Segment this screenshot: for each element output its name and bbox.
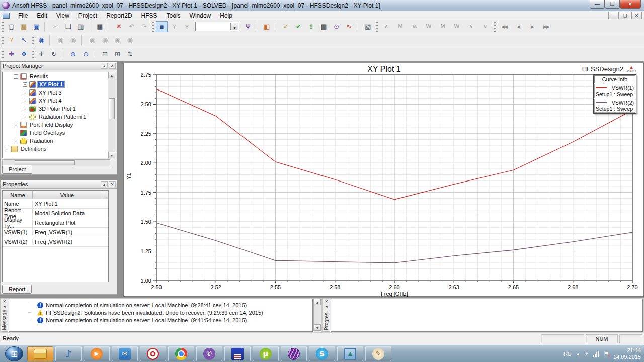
material-combobox[interactable]: [195, 22, 239, 31]
collapse-panel-button[interactable]: ◂: [323, 304, 330, 309]
property-value[interactable]: Freq ,VSWR(1): [33, 229, 108, 235]
edit-sources-button[interactable]: Ψ: [242, 21, 254, 32]
taskbar-chrome-button[interactable]: [168, 346, 194, 361]
project-manager-header[interactable]: Project Manager ▴ ✕: [1, 62, 117, 70]
menu-window[interactable]: Window: [185, 12, 216, 20]
menu-help[interactable]: Help: [215, 12, 237, 20]
network-signal-icon[interactable]: [593, 351, 599, 357]
menu-hfss[interactable]: HFSS: [137, 12, 162, 20]
scroll-thumb[interactable]: [109, 98, 115, 119]
close-panel-button[interactable]: ✕: [109, 63, 116, 69]
hide-selection-button[interactable]: ◉: [55, 35, 66, 46]
export-data-button[interactable]: ▧: [362, 21, 374, 32]
zoom-fit-button[interactable]: ⊞: [112, 49, 123, 60]
tree-item-radiation-pattern-1[interactable]: + Radiation Pattern 1: [3, 113, 110, 121]
show-visibility-button[interactable]: ◉: [36, 35, 47, 46]
close-panel-button[interactable]: ✕: [323, 299, 330, 304]
close-panel-button[interactable]: ✕: [109, 181, 116, 187]
delete-button[interactable]: ✕: [113, 21, 125, 32]
tree-item-radiation[interactable]: + Radiation: [3, 137, 110, 145]
tree-item-xy-plot-3[interactable]: + XY Plot 3: [3, 88, 110, 97]
column-header-value[interactable]: Value: [33, 191, 102, 199]
trace-marker-w-button[interactable]: W: [450, 21, 463, 32]
hidden-icons-chevron[interactable]: ▲: [576, 352, 580, 356]
zoom-out-button[interactable]: ⊖: [80, 49, 92, 60]
port-display-button[interactable]: ◧: [261, 21, 273, 32]
sweep-prev-button[interactable]: ◀: [512, 21, 525, 32]
context-help-button[interactable]: ↖: [18, 35, 30, 46]
distribution-button[interactable]: ʏ: [181, 21, 193, 32]
menu-report2d[interactable]: Report2D: [102, 12, 136, 20]
restore-button[interactable]: ❏: [605, 0, 620, 9]
machines-button[interactable]: Y: [169, 21, 180, 32]
copy-button[interactable]: ❏: [62, 21, 74, 32]
tab-project[interactable]: Project: [2, 165, 32, 174]
property-row-vswr2[interactable]: VSWR(2) Freq ,VSWR(2): [3, 237, 108, 247]
new-button[interactable]: ▢: [6, 21, 17, 32]
property-value[interactable]: Rectangular Plot: [33, 220, 108, 226]
results-button[interactable]: ▤: [318, 21, 330, 32]
tree-item-port-field-display[interactable]: + Port Field Display: [3, 121, 110, 129]
tree-expander[interactable]: +: [23, 107, 27, 111]
action-center-flag-icon[interactable]: ⚑: [603, 350, 609, 357]
scroll-up-button[interactable]: ▲: [314, 299, 321, 305]
validate-button[interactable]: ✓: [280, 21, 292, 32]
taskbar-volume-button[interactable]: ♪: [55, 346, 82, 361]
taskbar-skype-button[interactable]: S: [309, 346, 335, 361]
property-value[interactable]: XY Plot 1: [33, 201, 108, 207]
property-value[interactable]: Modal Solution Data: [33, 210, 108, 216]
orient-axes-button[interactable]: ⇅: [124, 49, 136, 60]
show-sheet-button[interactable]: ◉: [99, 35, 111, 46]
tree-expander[interactable]: +: [23, 99, 27, 103]
print-button[interactable]: ▦: [94, 21, 106, 32]
taskbar-utorrent-button[interactable]: µ: [253, 346, 279, 361]
tree-item-results[interactable]: - Results: [3, 72, 110, 80]
collapse-panel-button[interactable]: ▴: [101, 63, 108, 69]
mdi-close-button[interactable]: ✕: [631, 12, 642, 19]
help-topics-button[interactable]: ?: [6, 35, 17, 46]
taskbar-ansoft-button[interactable]: [281, 346, 307, 361]
menu-project[interactable]: Project: [74, 12, 102, 20]
document-icon[interactable]: [3, 13, 10, 19]
clock[interactable]: 21:44 14.09.2015: [613, 347, 641, 360]
tree-item-xy-plot-4[interactable]: + XY Plot 4: [3, 97, 110, 105]
menu-edit[interactable]: Edit: [32, 12, 52, 20]
tree-item-xy-plot-1[interactable]: + XY Plot 1: [3, 80, 110, 88]
collapse-panel-button[interactable]: ▴: [101, 181, 108, 187]
taskbar-save-tool-button[interactable]: [224, 346, 251, 361]
tree-item-field-overlays[interactable]: Field Overlays: [3, 129, 110, 137]
rotate-button[interactable]: ↻: [48, 49, 60, 60]
pan-button[interactable]: ✛: [36, 49, 47, 60]
property-row-vswr1[interactable]: VSWR(1) Freq ,VSWR(1): [3, 228, 108, 237]
message-vscrollbar[interactable]: ▲ ▼: [313, 299, 321, 331]
show-model-button[interactable]: ◉: [112, 35, 123, 46]
tree-item-3d-polar-plot-1[interactable]: + 3D Polar Plot 1: [3, 105, 110, 113]
collapse-panel-button[interactable]: ◂: [1, 304, 8, 309]
scroll-up-button[interactable]: ▲: [108, 72, 115, 78]
zoom-in-button[interactable]: ⊕: [67, 49, 79, 60]
trace-valley-button[interactable]: W: [422, 21, 435, 32]
minimize-button[interactable]: —: [590, 0, 605, 9]
start-button[interactable]: ⊞: [5, 346, 23, 361]
tree-expander[interactable]: +: [23, 115, 27, 119]
create-report-button[interactable]: ∿: [343, 21, 355, 32]
menu-tools[interactable]: Tools: [162, 12, 185, 20]
properties-header[interactable]: Properties ▴ ✕: [1, 180, 117, 189]
show-boundary-button[interactable]: ◉: [124, 35, 136, 46]
show-object-button[interactable]: ◉: [87, 35, 98, 46]
tab-report[interactable]: Report: [2, 285, 32, 294]
solution-type-button[interactable]: ▪: [156, 21, 168, 32]
trace-min-button[interactable]: ʍ: [408, 21, 421, 32]
open-button[interactable]: ▤: [18, 21, 30, 32]
undo-button[interactable]: ↶: [126, 21, 137, 32]
trace-peak-button[interactable]: ∧: [380, 21, 393, 32]
mdi-restore-button[interactable]: ❏: [620, 12, 630, 19]
taskbar-explorer-button[interactable]: [27, 346, 53, 361]
legend-entry-vswr2[interactable]: VSWR(2) Setup1 : Sweep: [594, 99, 635, 113]
property-row-display-type[interactable]: Display Ty... Rectangular Plot: [3, 218, 108, 228]
analyze-all-button[interactable]: ✔: [293, 21, 304, 32]
property-value[interactable]: Freq ,VSWR(2): [33, 239, 108, 245]
scroll-down-button[interactable]: ▼: [314, 324, 321, 331]
taskbar-media-player-button[interactable]: ▶: [84, 346, 110, 361]
project-tree-vscrollbar[interactable]: ▲ ▼: [108, 72, 115, 158]
